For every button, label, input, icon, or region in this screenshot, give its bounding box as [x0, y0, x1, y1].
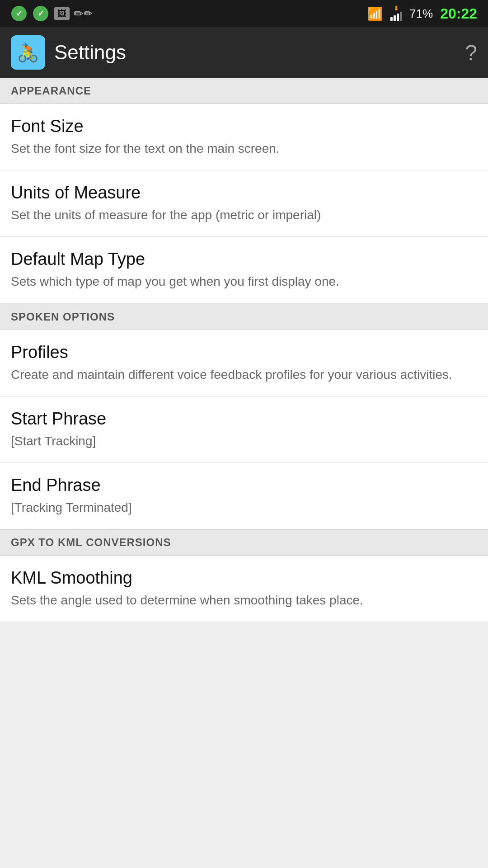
- item-title-font-size: Font Size: [11, 117, 477, 136]
- section-header-gpx: GPX TO KML CONVERSIONS: [0, 529, 488, 556]
- item-title-end-phrase: End Phrase: [11, 476, 477, 495]
- signal-area: ⬇: [390, 6, 402, 21]
- wifi-icon: 📶: [367, 6, 383, 21]
- check-icon-2: [33, 5, 49, 22]
- app-icon: 🚴: [11, 35, 45, 70]
- item-subtitle-start-phrase: [Start Tracking]: [11, 432, 477, 450]
- item-subtitle-units: Set the units of measure for the app (me…: [11, 206, 477, 224]
- settings-item-kml-smoothing[interactable]: KML Smoothing Sets the angle used to det…: [0, 556, 488, 622]
- status-icons-right: 📶 ⬇ 71% 20:22: [367, 5, 477, 22]
- settings-item-profiles[interactable]: Profiles Create and maintain different v…: [0, 330, 488, 396]
- pencil-icon: ✏: [75, 5, 91, 22]
- item-title-profiles: Profiles: [11, 343, 477, 362]
- battery-level: 71%: [409, 7, 433, 21]
- item-title-start-phrase: Start Phrase: [11, 409, 477, 429]
- section-label-spoken: SPOKEN OPTIONS: [11, 311, 115, 323]
- app-bar-left: 🚴 Settings: [11, 35, 126, 70]
- settings-item-map-type[interactable]: Default Map Type Sets which type of map …: [0, 237, 488, 303]
- status-icons-left: ✏: [11, 5, 91, 22]
- item-subtitle-end-phrase: [Tracking Terminated]: [11, 499, 477, 516]
- status-bar: ✏ 📶 ⬇ 71% 20:22: [0, 0, 488, 27]
- settings-item-units[interactable]: Units of Measure Set the units of measur…: [0, 170, 488, 237]
- help-button[interactable]: ?: [465, 40, 477, 65]
- page-title: Settings: [54, 41, 126, 64]
- item-subtitle-font-size: Set the font size for the text on the ma…: [11, 140, 477, 157]
- section-header-spoken: SPOKEN OPTIONS: [0, 304, 488, 330]
- section-header-appearance: APPEARANCE: [0, 78, 488, 104]
- settings-item-end-phrase[interactable]: End Phrase [Tracking Terminated]: [0, 463, 488, 529]
- item-subtitle-map-type: Sets which type of map you get when you …: [11, 273, 477, 290]
- app-bar: 🚴 Settings ?: [0, 27, 488, 78]
- check-icon-1: [11, 5, 27, 22]
- item-subtitle-profiles: Create and maintain different voice feed…: [11, 366, 477, 383]
- item-title-kml-smoothing: KML Smoothing: [11, 568, 477, 588]
- settings-item-start-phrase[interactable]: Start Phrase [Start Tracking]: [0, 396, 488, 463]
- item-title-map-type: Default Map Type: [11, 250, 477, 269]
- clock: 20:22: [440, 5, 477, 22]
- section-label-appearance: APPEARANCE: [11, 85, 91, 97]
- item-subtitle-kml-smoothing: Sets the angle used to determine when sm…: [11, 591, 477, 609]
- item-title-units: Units of Measure: [11, 183, 477, 203]
- section-label-gpx: GPX TO KML CONVERSIONS: [11, 536, 171, 548]
- settings-content: APPEARANCE Font Size Set the font size f…: [0, 78, 488, 622]
- settings-item-font-size[interactable]: Font Size Set the font size for the text…: [0, 104, 488, 170]
- image-icon: [54, 7, 70, 20]
